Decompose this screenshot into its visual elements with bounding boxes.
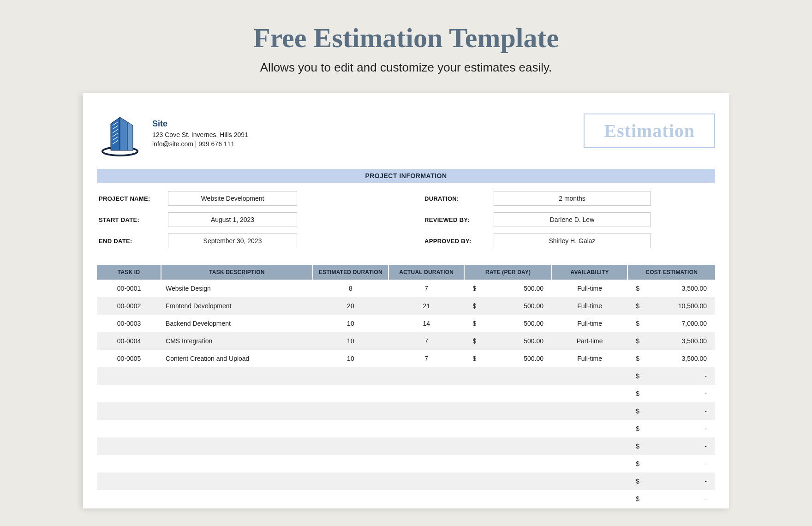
cell-cost-empty: $- [627,420,715,437]
label-reviewed-by: REVIEWED BY: [424,216,494,223]
value-approved-by[interactable]: Shirley H. Galaz [494,233,651,248]
cell-rate: $500.00 [464,297,552,315]
value-duration[interactable]: 2 months [494,191,651,206]
cell-est-dur: 10 [313,315,388,332]
value-start-date[interactable]: August 1, 2023 [168,212,297,227]
cell-act-dur: 7 [388,280,464,297]
col-task-id: TASK ID [97,265,161,280]
col-cost: COST ESTIMATION [627,265,715,280]
table-row-empty[interactable]: $- [97,402,715,420]
table-row-empty[interactable]: $- [97,490,715,508]
table-row[interactable]: 00-0001Website Design87$500.00Full-time$… [97,280,715,297]
cell-task-id: 00-0003 [97,315,161,332]
table-row[interactable]: 00-0005Content Creation and Upload107$50… [97,350,715,367]
cell-cost-empty: $- [627,455,715,472]
table-row-empty[interactable]: $- [97,367,715,385]
cell-cost-empty: $- [627,437,715,455]
label-approved-by: APPROVED BY: [424,238,494,245]
cell-cost: $3,500.00 [627,350,715,367]
cell-act-dur: 21 [388,297,464,315]
table-row-empty[interactable]: $- [97,472,715,490]
label-project-name: PROJECT NAME: [99,195,168,202]
cell-task-desc: Frontend Development [161,297,313,315]
cell-avail: Full-time [552,350,627,367]
cell-est-dur: 10 [313,332,388,350]
cell-cost-empty: $- [627,402,715,420]
cell-task-id: 00-0004 [97,332,161,350]
col-rate: RATE (PER DAY) [464,265,552,280]
cell-task-id: 00-0001 [97,280,161,297]
cell-task-desc: Backend Development [161,315,313,332]
page-title: Free Estimation Template [0,0,812,54]
cell-cost: $10,500.00 [627,297,715,315]
estimation-badge: Estimation [584,114,715,148]
cell-act-dur: 7 [388,332,464,350]
cell-task-desc: Website Design [161,280,313,297]
value-end-date[interactable]: September 30, 2023 [168,233,297,248]
cell-est-dur: 10 [313,350,388,367]
col-est-dur: ESTIMATED DURATION [313,265,388,280]
col-act-dur: ACTUAL DURATION [388,265,464,280]
cell-rate: $500.00 [464,332,552,350]
table-row[interactable]: 00-0004CMS Integration107$500.00Part-tim… [97,332,715,350]
cell-cost-empty: $- [627,367,715,385]
page-subtitle: Allows you to edit and customize your es… [0,60,812,75]
company-name: Site [152,119,574,129]
cell-task-desc: CMS Integration [161,332,313,350]
table-row-empty[interactable]: $- [97,385,715,402]
table-row-empty[interactable]: $- [97,437,715,455]
cell-avail: Full-time [552,280,627,297]
label-start-date: START DATE: [99,216,168,223]
cell-act-dur: 14 [388,315,464,332]
cell-cost-empty: $- [627,490,715,508]
cell-avail: Part-time [552,332,627,350]
table-row[interactable]: 00-0003Backend Development1014$500.00Ful… [97,315,715,332]
col-avail: AVAILABILITY [552,265,627,280]
company-contact: info@site.com | 999 676 111 [152,140,574,149]
label-duration: DURATION: [424,195,494,202]
cell-cost: $3,500.00 [627,332,715,350]
estimation-table: TASK ID TASK DESCRIPTION ESTIMATED DURAT… [97,265,715,508]
value-project-name[interactable]: Website Development [168,191,297,206]
cell-task-id: 00-0005 [97,350,161,367]
cell-cost-empty: $- [627,385,715,402]
cell-task-id: 00-0002 [97,297,161,315]
col-task-desc: TASK DESCRIPTION [161,265,313,280]
company-address: 123 Cove St. Invernes, Hills 2091 [152,131,574,140]
label-end-date: END DATE: [99,238,168,245]
cell-rate: $500.00 [464,280,552,297]
cell-task-desc: Content Creation and Upload [161,350,313,367]
cell-rate: $500.00 [464,315,552,332]
cell-cost: $3,500.00 [627,280,715,297]
building-icon [97,111,143,159]
cell-act-dur: 7 [388,350,464,367]
cell-cost: $7,000.00 [627,315,715,332]
cell-cost-empty: $- [627,472,715,490]
cell-avail: Full-time [552,315,627,332]
cell-est-dur: 8 [313,280,388,297]
table-row-empty[interactable]: $- [97,420,715,437]
cell-rate: $500.00 [464,350,552,367]
value-reviewed-by[interactable]: Darlene D. Lew [494,212,651,227]
estimation-sheet: Site 123 Cove St. Invernes, Hills 2091 i… [83,93,729,508]
table-row-empty[interactable]: $- [97,455,715,472]
cell-avail: Full-time [552,297,627,315]
cell-est-dur: 20 [313,297,388,315]
section-header-project-info: PROJECT INFORMATION [97,169,715,183]
table-row[interactable]: 00-0002Frontend Development2021$500.00Fu… [97,297,715,315]
